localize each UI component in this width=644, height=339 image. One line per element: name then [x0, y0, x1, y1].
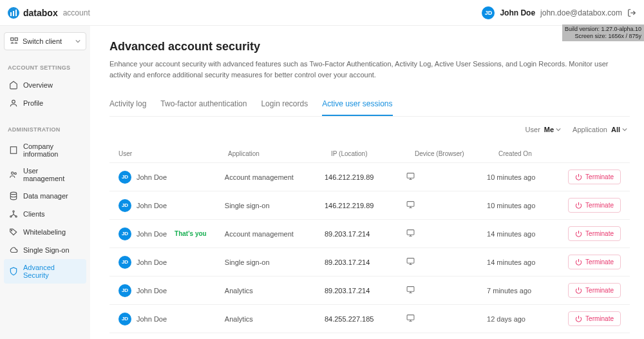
avatar: JD	[118, 284, 131, 297]
terminate-label: Terminate	[585, 258, 614, 266]
table-row: JD John Doe That's you Account managemen…	[109, 219, 630, 247]
debug-screen: Screen size: 1656x / 875y	[565, 33, 641, 40]
sidebar-item-label: Advanced Security	[23, 264, 81, 279]
svg-point-16	[10, 192, 16, 195]
svg-rect-4	[11, 38, 14, 41]
svg-rect-33	[407, 258, 414, 264]
avatar: JD	[118, 171, 131, 184]
row-device	[406, 200, 487, 210]
svg-rect-1	[13, 11, 14, 16]
th-device: Device (Browser)	[415, 150, 498, 157]
tab-login-records[interactable]: Login records	[261, 93, 308, 116]
terminate-button[interactable]: Terminate	[568, 170, 621, 184]
avatar: JD	[118, 199, 131, 212]
row-user-name: John Doe	[137, 258, 167, 266]
svg-point-14	[12, 172, 14, 175]
sidebar-item-label: Whitelabeling	[23, 228, 66, 236]
topbar: databox account JD John Doe john.doe@dat…	[0, 0, 644, 26]
filter-app-value: All	[611, 126, 620, 133]
building-icon	[9, 146, 18, 155]
row-app: Analytics	[225, 315, 325, 323]
main: Advanced account security Enhance your a…	[90, 26, 644, 339]
sidebar-item-security[interactable]: Advanced Security	[4, 259, 86, 284]
sidebar: Switch client ACCOUNT SETTINGS Overview …	[0, 26, 90, 339]
sidebar-item-overview[interactable]: Overview	[4, 76, 86, 94]
sidebar-item-company[interactable]: Company information	[4, 138, 86, 162]
switch-client-dropdown[interactable]: Switch client	[4, 32, 86, 50]
sidebar-item-label: Single Sign-on	[23, 246, 70, 254]
debug-info: Build version: 1.27.0-alpha.10 Screen si…	[562, 24, 644, 41]
filter-user-label: User	[526, 126, 540, 133]
sidebar-item-whitelabel[interactable]: Whitelabeling	[4, 223, 86, 241]
filter-user-value: Me	[544, 126, 554, 133]
row-created: 14 minutes ago	[487, 258, 568, 266]
row-device	[406, 286, 487, 295]
svg-rect-7	[10, 147, 16, 154]
shield-icon	[9, 267, 18, 276]
tab-active-sessions[interactable]: Active user sessions	[322, 93, 392, 116]
filter-app-label: Application	[573, 126, 607, 133]
monitor-icon	[406, 286, 415, 294]
row-app: Account management	[225, 173, 325, 181]
sidebar-item-label: Overview	[23, 81, 53, 89]
avatar: JD	[118, 228, 131, 240]
filter-user-dropdown[interactable]: Me	[544, 126, 561, 133]
th-user: User	[118, 150, 228, 157]
table-row: JD John Doe Analytics 84.255.227.185 12 …	[109, 304, 630, 333]
sidebar-item-sso[interactable]: Single Sign-on	[4, 241, 86, 259]
tab-activity-log[interactable]: Activity log	[109, 93, 146, 116]
logout-icon[interactable]	[627, 8, 636, 17]
svg-rect-0	[10, 12, 12, 16]
table-row: JD John Doe Single sign-on 89.203.17.214…	[109, 247, 630, 276]
brand-name: databox	[23, 8, 58, 18]
svg-point-15	[14, 173, 16, 175]
sessions-table: User Application IP (Location) Device (B…	[109, 145, 630, 339]
avatar: JD	[118, 256, 131, 269]
tabs: Activity log Two-factor authentication L…	[109, 93, 630, 117]
row-app: Single sign-on	[225, 258, 325, 266]
tab-two-factor[interactable]: Two-factor authentication	[160, 93, 247, 116]
row-ip: 89.203.17.214	[325, 287, 406, 295]
filter-app-dropdown[interactable]: All	[611, 126, 627, 133]
avatar: JD	[118, 313, 131, 325]
row-device	[406, 257, 487, 267]
table-row: JD John Doe Single sign-on 146.212.219.8…	[109, 191, 630, 219]
sidebar-item-data[interactable]: Data manager	[4, 187, 86, 205]
users-icon	[9, 170, 18, 179]
row-user-name: John Doe	[137, 315, 167, 323]
user-icon	[9, 99, 18, 108]
svg-rect-41	[407, 315, 414, 320]
cloud-icon	[9, 246, 18, 255]
row-user-name: John Doe	[137, 287, 167, 295]
section-header-admin: ADMINISTRATION	[4, 124, 86, 135]
row-app: Account management	[225, 230, 325, 238]
terminate-button[interactable]: Terminate	[568, 311, 621, 326]
terminate-label: Terminate	[585, 230, 614, 237]
sidebar-item-users[interactable]: User management	[4, 162, 86, 187]
tag-icon	[9, 228, 18, 237]
monitor-icon	[406, 257, 415, 266]
avatar[interactable]: JD	[482, 6, 495, 19]
switch-client-label: Switch client	[23, 37, 62, 45]
table-row: JD John Doe Account management 146.212.2…	[109, 162, 630, 191]
terminate-button[interactable]: Terminate	[568, 283, 621, 298]
svg-rect-2	[15, 10, 17, 16]
sidebar-item-label: Clients	[23, 210, 45, 218]
row-ip: 84.255.227.185	[325, 315, 406, 323]
terminate-button[interactable]: Terminate	[568, 226, 621, 241]
section-header-account: ACCOUNT SETTINGS	[4, 62, 86, 73]
row-created: 12 days ago	[487, 315, 568, 323]
table-row: JD John Doe Analytics 84.255.227.185 13 …	[109, 333, 630, 339]
chevron-down-icon	[556, 127, 561, 132]
terminate-button[interactable]: Terminate	[568, 198, 621, 213]
user-area: JD John Doe john.doe@databox.com	[482, 6, 636, 19]
sidebar-item-clients[interactable]: Clients	[4, 205, 86, 223]
power-icon	[575, 287, 582, 294]
sidebar-item-label: Profile	[23, 99, 43, 107]
sidebar-item-profile[interactable]: Profile	[4, 94, 86, 112]
filters: User Me Application All	[109, 126, 630, 133]
monitor-icon	[406, 229, 415, 237]
brand-logo-icon	[8, 7, 19, 19]
svg-rect-25	[407, 202, 414, 207]
terminate-button[interactable]: Terminate	[568, 255, 621, 269]
